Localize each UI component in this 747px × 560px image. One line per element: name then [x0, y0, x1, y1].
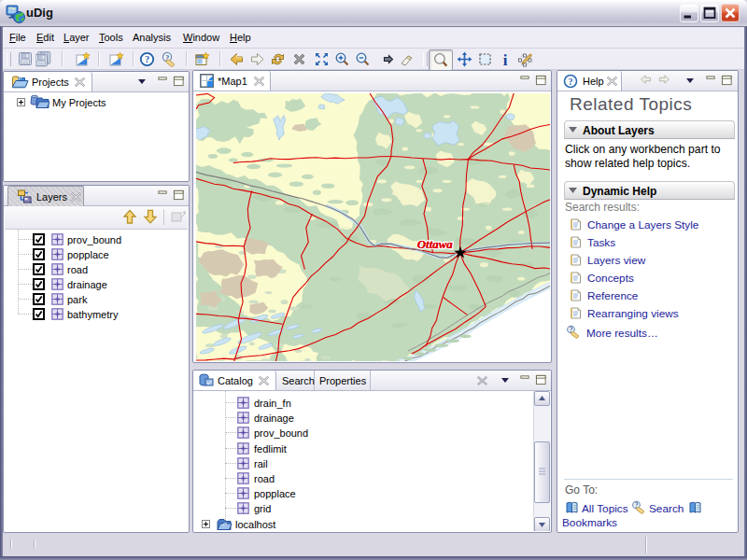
svg-text:?: ?	[145, 54, 149, 64]
svg-text:i: i	[503, 51, 508, 67]
svg-text:Ottawa: Ottawa	[417, 237, 454, 251]
svg-text:?: ?	[569, 77, 573, 87]
